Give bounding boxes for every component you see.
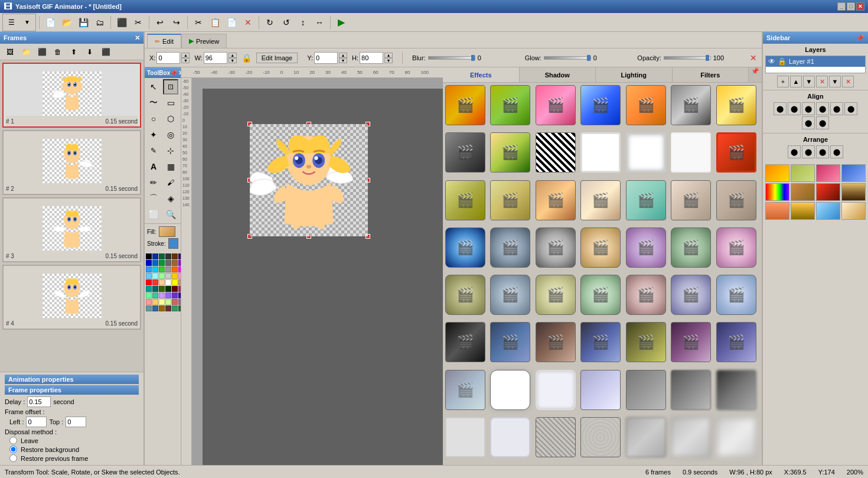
- color-ltcyan[interactable]: [152, 273, 158, 279]
- play-button[interactable]: ▶: [334, 15, 349, 30]
- effect-thumb-34[interactable]: 🎬: [671, 275, 711, 315]
- effect-thumb-1[interactable]: 🎬: [445, 85, 485, 125]
- effect-thumb-48[interactable]: [671, 370, 711, 410]
- color-brown[interactable]: [172, 253, 178, 259]
- mini-swatch-1[interactable]: [765, 164, 789, 182]
- color-skyblue[interactable]: [146, 273, 152, 279]
- color-steelblue[interactable]: [152, 305, 158, 311]
- effect-thumb-15[interactable]: 🎬: [445, 180, 485, 220]
- effect-thumb-41[interactable]: 🎬: [671, 322, 711, 362]
- color-medblue[interactable]: [152, 260, 158, 266]
- align-center-v-button[interactable]: ⬤: [830, 102, 843, 115]
- layer-down-button[interactable]: ▼: [803, 76, 815, 87]
- y-down[interactable]: ▼: [339, 58, 347, 63]
- effect-thumb-38[interactable]: 🎬: [536, 322, 576, 362]
- color-red[interactable]: [146, 279, 152, 285]
- redo-button[interactable]: ↪: [169, 15, 184, 30]
- add-frame-button[interactable]: 🖼: [2, 44, 18, 60]
- layer-delete2-button[interactable]: ✕: [842, 76, 854, 87]
- w-down[interactable]: ▼: [229, 58, 237, 63]
- color-peach[interactable]: [159, 279, 165, 285]
- color-slategray[interactable]: [146, 305, 152, 311]
- mini-swatch-5[interactable]: [765, 183, 789, 201]
- effect-thumb-55[interactable]: [671, 417, 711, 457]
- disposal-restore-prev-row[interactable]: Restore previous frame: [5, 454, 139, 463]
- color-darkgrn[interactable]: [165, 286, 171, 292]
- align-top-button[interactable]: ⬤: [816, 102, 829, 115]
- effect-thumb-8[interactable]: 🎬: [445, 132, 485, 173]
- effects-pin-icon[interactable]: 📌: [749, 67, 762, 82]
- effect-thumb-28[interactable]: 🎬: [716, 227, 756, 268]
- paste-new-button[interactable]: ⬛: [114, 15, 129, 30]
- dropdown-button[interactable]: ▼: [19, 15, 35, 30]
- effect-thumb-4[interactable]: 🎬: [580, 85, 621, 125]
- color-silver[interactable]: [165, 273, 171, 279]
- effect-thumb-22[interactable]: 🎬: [445, 227, 485, 268]
- frame-more-button[interactable]: ⬛: [98, 44, 113, 60]
- color-white[interactable]: [165, 279, 171, 285]
- effect-thumb-19[interactable]: 🎬: [626, 180, 666, 220]
- color-mint[interactable]: [146, 292, 152, 298]
- effect-thumb-54[interactable]: [626, 417, 666, 457]
- effect-thumb-42[interactable]: 🎬: [716, 322, 756, 362]
- frame-item-4[interactable]: # 4 0.15 second: [2, 265, 141, 330]
- open-button[interactable]: 📂: [59, 15, 74, 30]
- h-input[interactable]: [360, 52, 383, 64]
- frame-move-up-button[interactable]: ⬆: [66, 44, 81, 60]
- edit-image-button[interactable]: Edit Image: [256, 53, 298, 63]
- cut-button[interactable]: ✂: [191, 15, 206, 30]
- h-down[interactable]: ▼: [384, 58, 393, 63]
- effect-thumb-17[interactable]: 🎬: [536, 180, 576, 220]
- align-bottom-button[interactable]: ⬤: [844, 102, 857, 115]
- color-darkorange[interactable]: [159, 305, 165, 311]
- effect-thumb-36[interactable]: 🎬: [445, 322, 485, 362]
- disposal-leave-radio[interactable]: [9, 437, 17, 444]
- x-down[interactable]: ▼: [181, 58, 190, 63]
- effect-thumb-47[interactable]: [626, 370, 666, 410]
- effect-thumb-37[interactable]: 🎬: [490, 322, 530, 362]
- arrange-back-button[interactable]: ⬤: [816, 145, 829, 158]
- color-dustyred[interactable]: [172, 299, 178, 305]
- y-spinner[interactable]: ▲ ▼: [339, 53, 347, 63]
- effect-thumb-24[interactable]: 🎬: [536, 227, 576, 268]
- layer-item-1[interactable]: 👁 🔒 Layer #1: [766, 56, 865, 67]
- effect-thumb-27[interactable]: 🎬: [671, 227, 711, 268]
- frame-move-down-button[interactable]: ⬇: [82, 44, 97, 60]
- effect-thumb-50[interactable]: [445, 417, 485, 457]
- color-darkteal[interactable]: [152, 286, 158, 292]
- lock-icon[interactable]: 🔒: [242, 53, 252, 63]
- delete-button[interactable]: ✕: [240, 15, 256, 30]
- effect-thumb-53[interactable]: [580, 417, 621, 457]
- color-teal[interactable]: [146, 286, 152, 292]
- x-up[interactable]: ▲: [181, 53, 190, 58]
- effect-thumb-40[interactable]: 🎬: [626, 322, 666, 362]
- color-wheat[interactable]: [152, 299, 158, 305]
- h-up[interactable]: ▲: [384, 53, 393, 58]
- effect-thumb-12[interactable]: [626, 132, 666, 173]
- effect-thumb-23[interactable]: 🎬: [490, 227, 530, 268]
- effect-thumb-45[interactable]: [536, 370, 576, 410]
- distribute-v-button[interactable]: ⬤: [816, 116, 829, 129]
- disposal-restore-prev-radio[interactable]: [9, 454, 17, 462]
- tool-eyedropper[interactable]: ✎: [146, 143, 161, 158]
- effect-thumb-33[interactable]: 🎬: [626, 275, 666, 315]
- color-orange[interactable]: [172, 266, 178, 272]
- w-input[interactable]: [204, 52, 227, 64]
- color-ltlime[interactable]: [165, 299, 171, 305]
- canvas-content[interactable]: [203, 89, 443, 465]
- disposal-leave-row[interactable]: Leave: [5, 436, 139, 445]
- color-ltred[interactable]: [152, 279, 158, 285]
- frames-close-button[interactable]: ✕: [135, 34, 140, 42]
- align-center-h-button[interactable]: ⬤: [788, 102, 801, 115]
- color-darkred[interactable]: [172, 286, 178, 292]
- align-left-button[interactable]: ⬤: [774, 102, 787, 115]
- save-all-button[interactable]: 🗂: [92, 15, 107, 30]
- mini-swatch-9[interactable]: [765, 202, 789, 220]
- tab-preview[interactable]: ▶ Preview: [181, 34, 227, 48]
- tool-transform[interactable]: ⊡: [163, 79, 178, 95]
- color-darkgray[interactable]: [165, 253, 171, 259]
- arrange-backward-button[interactable]: ⬤: [830, 145, 843, 158]
- color-olive[interactable]: [159, 286, 165, 292]
- w-spinner[interactable]: ▲ ▼: [229, 53, 237, 63]
- stroke-swatch[interactable]: [168, 238, 178, 249]
